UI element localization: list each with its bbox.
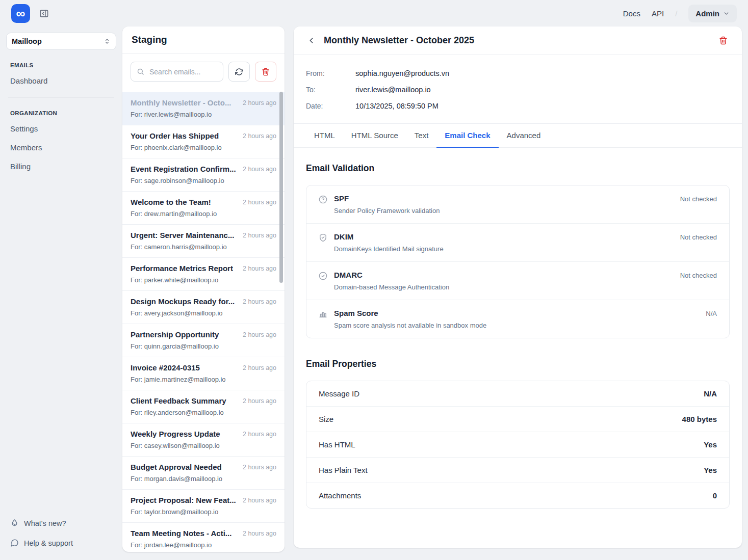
email-timestamp: 2 hours ago bbox=[243, 98, 276, 107]
collapse-sidebar-button[interactable] bbox=[39, 9, 49, 18]
email-subject: Welcome to the Team! bbox=[131, 198, 211, 206]
app-logo: ∞ bbox=[11, 4, 30, 23]
email-properties-heading: Email Properties bbox=[306, 359, 730, 369]
email-list-item[interactable]: Design Mockups Ready for... 2 hours ago … bbox=[122, 291, 285, 324]
email-list-item[interactable]: Client Feedback Summary 2 hours ago For:… bbox=[122, 390, 285, 423]
validation-title: DMARC bbox=[334, 271, 680, 279]
email-recipient: For: riley.anderson@mailloop.io bbox=[131, 409, 276, 416]
sidebar-item-billing[interactable]: Billing bbox=[6, 157, 116, 176]
property-value: Yes bbox=[704, 466, 717, 474]
tab-email-check[interactable]: Email Check bbox=[436, 124, 498, 148]
email-validation-card: SPF Sender Policy Framework validation N… bbox=[306, 185, 730, 338]
validation-title: SPF bbox=[334, 194, 680, 203]
property-value: Yes bbox=[704, 440, 717, 449]
sidebar: Mailloop EMAILS Dashboard ORGANIZATION S… bbox=[0, 26, 122, 560]
api-link[interactable]: API bbox=[652, 9, 664, 18]
validation-row-spf: SPF Sender Policy Framework validation N… bbox=[306, 185, 729, 224]
validation-title: DKIM bbox=[334, 232, 680, 241]
sidebar-item-members[interactable]: Members bbox=[6, 138, 116, 157]
email-detail-panel: Monthly Newsletter - October 2025 From: … bbox=[294, 26, 742, 548]
email-list-panel: Staging Monthly Newslet bbox=[122, 26, 285, 552]
email-recipient: For: jamie.martinez@mailloop.io bbox=[131, 376, 276, 383]
email-list-item[interactable]: Team Meeting Notes - Acti... 2 hours ago… bbox=[122, 523, 285, 552]
email-list-item[interactable]: Performance Metrics Report 2 hours ago F… bbox=[122, 258, 285, 291]
email-list-item[interactable]: Welcome to the Team! 2 hours ago For: dr… bbox=[122, 192, 285, 225]
email-timestamp: 2 hours ago bbox=[243, 231, 276, 239]
email-timestamp: 2 hours ago bbox=[243, 463, 276, 471]
email-timestamp: 2 hours ago bbox=[243, 430, 276, 438]
back-button[interactable] bbox=[306, 35, 317, 46]
tab-html-source[interactable]: HTML Source bbox=[343, 124, 406, 148]
property-value: N/A bbox=[704, 389, 717, 398]
email-list-item[interactable]: Urgent: Server Maintenanc... 2 hours ago… bbox=[122, 225, 285, 258]
infinity-icon: ∞ bbox=[16, 7, 25, 20]
email-subject: Invoice #2024-0315 bbox=[131, 363, 200, 372]
refresh-button[interactable] bbox=[228, 62, 250, 82]
workspace-select-value: Mailloop bbox=[12, 37, 42, 45]
whats-new-link[interactable]: What's new? bbox=[6, 513, 116, 533]
email-subject: Performance Metrics Report bbox=[131, 264, 233, 273]
property-row-message-id: Message ID N/A bbox=[306, 381, 729, 407]
email-subject: Your Order Has Shipped bbox=[131, 131, 219, 140]
chevron-down-icon bbox=[723, 10, 730, 17]
whats-new-label: What's new? bbox=[24, 519, 66, 527]
meta-date-value: 10/13/2025, 08:59:50 PM bbox=[355, 102, 439, 110]
email-list-item[interactable]: Project Proposal: New Feat... 2 hours ag… bbox=[122, 490, 285, 523]
email-list-item[interactable]: Event Registration Confirm... 2 hours ag… bbox=[122, 158, 285, 192]
trash-icon bbox=[719, 36, 728, 45]
tab-text[interactable]: Text bbox=[406, 124, 437, 148]
admin-menu-button[interactable]: Admin bbox=[688, 5, 737, 22]
property-row-has-html: Has HTML Yes bbox=[306, 432, 729, 458]
delete-email-button[interactable] bbox=[717, 34, 730, 47]
search-input[interactable] bbox=[148, 67, 217, 76]
chevron-left-icon bbox=[307, 36, 316, 45]
delete-all-button[interactable] bbox=[255, 62, 276, 82]
email-list-item[interactable]: Invoice #2024-0315 2 hours ago For: jami… bbox=[122, 357, 285, 390]
refresh-icon bbox=[235, 68, 243, 76]
flame-icon bbox=[10, 519, 19, 527]
email-properties-card: Message ID N/A Size 480 bytes Has HTML Y… bbox=[306, 381, 730, 509]
email-list-item[interactable]: Monthly Newsletter - Octo... 2 hours ago… bbox=[122, 92, 285, 125]
trash-icon bbox=[262, 68, 270, 76]
sidebar-item-dashboard[interactable]: Dashboard bbox=[6, 71, 116, 90]
property-value: 480 bytes bbox=[682, 415, 717, 423]
email-timestamp: 2 hours ago bbox=[243, 165, 276, 173]
email-list-item[interactable]: Your Order Has Shipped 2 hours ago For: … bbox=[122, 125, 285, 158]
email-subject: Partnership Opportunity bbox=[131, 330, 219, 339]
email-recipient: For: avery.jackson@mailloop.io bbox=[131, 309, 276, 317]
help-circle-icon bbox=[319, 195, 327, 204]
email-timestamp: 2 hours ago bbox=[243, 297, 276, 306]
email-recipient: For: sage.robinson@mailloop.io bbox=[131, 177, 276, 184]
validation-status: N/A bbox=[706, 309, 717, 317]
workspace-select[interactable]: Mailloop bbox=[6, 33, 116, 50]
validation-desc: Spam score analysis not available in san… bbox=[334, 322, 706, 329]
docs-link[interactable]: Docs bbox=[623, 9, 640, 18]
property-label: Size bbox=[319, 415, 333, 423]
email-recipient: For: jordan.lee@mailloop.io bbox=[131, 541, 276, 549]
property-row-attachments: Attachments 0 bbox=[306, 483, 729, 508]
email-subject: Client Feedback Summary bbox=[131, 396, 226, 405]
validation-desc: Domain-based Message Authentication bbox=[334, 283, 680, 291]
tab-advanced[interactable]: Advanced bbox=[499, 124, 549, 148]
shield-check-icon bbox=[319, 233, 327, 242]
panel-collapse-icon bbox=[39, 9, 49, 18]
validation-status: Not checked bbox=[680, 194, 717, 203]
property-label: Message ID bbox=[319, 389, 359, 398]
email-timestamp: 2 hours ago bbox=[243, 264, 276, 273]
email-list-item[interactable]: Weekly Progress Update 2 hours ago For: … bbox=[122, 423, 285, 457]
tab-html[interactable]: HTML bbox=[306, 124, 343, 148]
sidebar-item-settings[interactable]: Settings bbox=[6, 119, 116, 138]
list-scrollbar[interactable] bbox=[279, 92, 283, 283]
validation-desc: Sender Policy Framework validation bbox=[334, 207, 680, 215]
search-box bbox=[131, 62, 223, 82]
email-list: Monthly Newsletter - Octo... 2 hours ago… bbox=[122, 92, 285, 552]
email-list-item[interactable]: Partnership Opportunity 2 hours ago For:… bbox=[122, 324, 285, 357]
sidebar-section-emails: EMAILS bbox=[10, 62, 112, 68]
help-support-link[interactable]: Help & support bbox=[6, 533, 116, 553]
validation-title: Spam Score bbox=[334, 309, 706, 317]
email-list-item[interactable]: Budget Approval Needed 2 hours ago For: … bbox=[122, 457, 285, 490]
email-subject: Urgent: Server Maintenanc... bbox=[131, 231, 234, 239]
email-validation-heading: Email Validation bbox=[306, 163, 730, 174]
validation-status: Not checked bbox=[680, 271, 717, 279]
email-recipient: For: parker.white@mailloop.io bbox=[131, 276, 276, 284]
